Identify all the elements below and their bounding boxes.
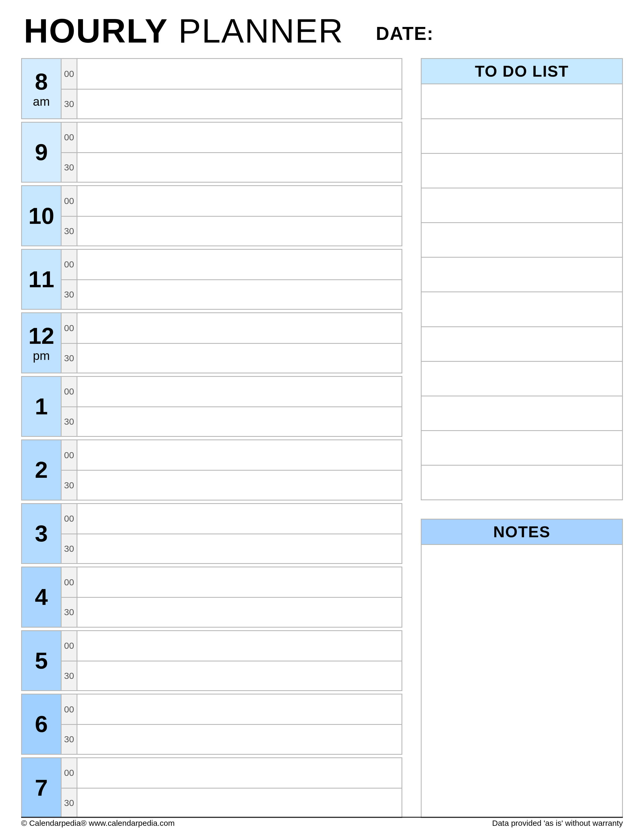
schedule-slot[interactable]	[77, 279, 402, 309]
slot-column	[77, 631, 402, 690]
slot-column	[77, 59, 402, 118]
minute-label: 30	[61, 597, 77, 627]
todo-lines	[421, 84, 622, 499]
title-light: PLANNER	[168, 12, 344, 50]
notes-body[interactable]	[421, 545, 622, 817]
minute-label: 30	[61, 279, 77, 309]
slot-column	[77, 695, 402, 754]
todo-header: TO DO LIST	[421, 59, 622, 84]
slot-column	[77, 567, 402, 627]
schedule-slot[interactable]	[77, 123, 402, 152]
todo-line[interactable]	[421, 84, 622, 119]
schedule-slot[interactable]	[77, 533, 402, 563]
todo-line[interactable]	[421, 327, 622, 362]
todo-line[interactable]	[421, 154, 622, 188]
footer: © Calendarpedia® www.calendarpedia.com D…	[21, 817, 623, 828]
schedule-slot[interactable]	[77, 470, 402, 499]
slot-column	[77, 504, 402, 563]
schedule-slot[interactable]	[77, 504, 402, 533]
hour-cell: 10	[22, 186, 61, 245]
hour-cell: 11	[22, 250, 61, 309]
hour-block: 12pm0030	[21, 312, 402, 373]
hour-cell: 9	[22, 123, 61, 182]
todo-line[interactable]	[421, 223, 622, 258]
hour-cell: 5	[22, 631, 61, 690]
minute-column: 0030	[61, 377, 77, 436]
hour-cell: 4	[22, 567, 61, 627]
ampm-label: am	[33, 95, 50, 108]
hour-block: 10030	[21, 376, 402, 437]
minute-label: 00	[61, 567, 77, 597]
schedule-slot[interactable]	[77, 788, 402, 817]
minute-column: 0030	[61, 250, 77, 309]
minute-label: 00	[61, 313, 77, 343]
minute-column: 0030	[61, 631, 77, 690]
hour-block: 60030	[21, 694, 402, 755]
minute-column: 0030	[61, 440, 77, 499]
hour-cell: 8am	[22, 59, 61, 118]
schedule-slot[interactable]	[77, 313, 402, 343]
schedule-slot[interactable]	[77, 695, 402, 724]
notes-box: NOTES	[421, 519, 623, 818]
schedule-slot[interactable]	[77, 631, 402, 661]
schedule-slot[interactable]	[77, 59, 402, 89]
date-label: DATE:	[376, 18, 434, 44]
minute-column: 0030	[61, 59, 77, 118]
slot-column	[77, 186, 402, 245]
minute-label: 30	[61, 343, 77, 373]
schedule-slot[interactable]	[77, 597, 402, 627]
footer-disclaimer: Data provided 'as is' without warranty	[492, 819, 623, 828]
minute-label: 00	[61, 250, 77, 279]
minute-label: 30	[61, 152, 77, 182]
minute-label: 00	[61, 186, 77, 216]
header: HOURLY PLANNER DATE:	[21, 13, 623, 48]
minute-column: 0030	[61, 186, 77, 245]
schedule-slot[interactable]	[77, 250, 402, 279]
todo-box: TO DO LIST	[421, 58, 623, 500]
slot-column	[77, 313, 402, 372]
minute-column: 0030	[61, 123, 77, 182]
schedule-slot[interactable]	[77, 724, 402, 754]
schedule-slot[interactable]	[77, 343, 402, 373]
hour-block: 50030	[21, 630, 402, 691]
hour-number: 2	[35, 458, 48, 482]
footer-copyright: © Calendarpedia® www.calendarpedia.com	[21, 819, 174, 828]
hour-number: 12	[29, 324, 55, 348]
hour-number: 10	[29, 204, 55, 228]
slot-column	[77, 250, 402, 309]
schedule-slot[interactable]	[77, 89, 402, 118]
hour-block: 100030	[21, 185, 402, 246]
schedule-slot[interactable]	[77, 661, 402, 690]
hourly-schedule: 8am00309003010003011003012pm003010030200…	[21, 58, 402, 818]
spacer	[421, 500, 623, 519]
todo-line[interactable]	[421, 292, 622, 327]
todo-line[interactable]	[421, 362, 622, 396]
todo-line[interactable]	[421, 396, 622, 431]
hour-number: 11	[29, 268, 55, 291]
todo-line[interactable]	[421, 431, 622, 465]
todo-line[interactable]	[421, 188, 622, 223]
schedule-slot[interactable]	[77, 567, 402, 597]
hour-cell: 12pm	[22, 313, 61, 372]
hour-block: 8am0030	[21, 58, 402, 119]
schedule-slot[interactable]	[77, 186, 402, 216]
hour-cell: 2	[22, 440, 61, 499]
schedule-slot[interactable]	[77, 216, 402, 246]
schedule-slot[interactable]	[77, 440, 402, 470]
notes-header: NOTES	[421, 520, 622, 545]
minute-column: 0030	[61, 758, 77, 817]
minute-label: 00	[61, 123, 77, 152]
hour-number: 6	[35, 713, 48, 736]
schedule-slot[interactable]	[77, 406, 402, 436]
minute-label: 00	[61, 440, 77, 470]
slot-column	[77, 377, 402, 436]
schedule-slot[interactable]	[77, 152, 402, 182]
schedule-slot[interactable]	[77, 377, 402, 406]
schedule-slot[interactable]	[77, 758, 402, 788]
todo-line[interactable]	[421, 258, 622, 292]
hour-cell: 3	[22, 504, 61, 563]
hour-block: 110030	[21, 249, 402, 310]
todo-line[interactable]	[421, 465, 622, 499]
hour-cell: 1	[22, 377, 61, 436]
todo-line[interactable]	[421, 119, 622, 154]
